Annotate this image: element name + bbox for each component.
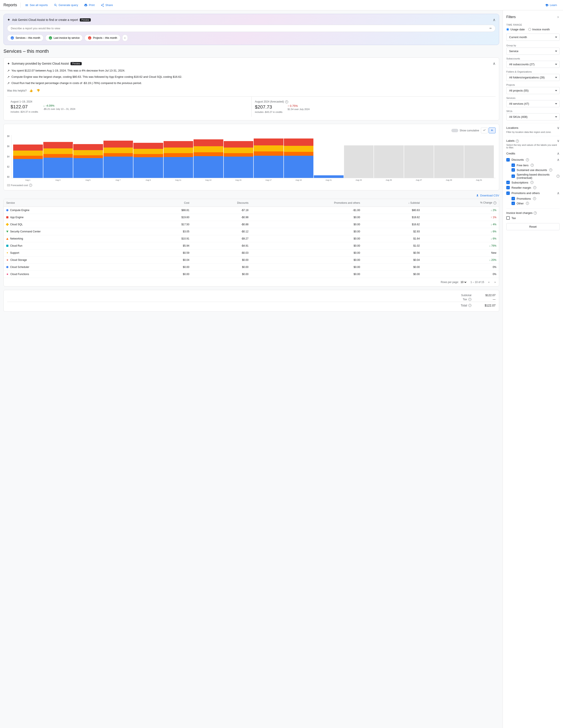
filter-skus: SKUs All SKUs (408) (506, 110, 560, 120)
subscriptions-info-icon[interactable]: ? (530, 181, 533, 184)
projects-select[interactable]: All projects (55) (506, 87, 560, 94)
quick-btn-last-invoice[interactable]: Last invoice by service (45, 34, 83, 41)
subtotal-label: Subtotal (461, 294, 471, 297)
thumbs-up-button[interactable]: 👍 (28, 88, 34, 93)
service-icon-networking (6, 238, 8, 240)
promotions-checkbox[interactable] (512, 197, 515, 200)
data-table-card: Service Cost Discounts Promotions and ot… (3, 199, 499, 286)
stat-forecasted-amount: $207.73 (255, 104, 283, 110)
labels-title: Labels ? (506, 139, 519, 143)
other-checkbox[interactable] (512, 202, 515, 205)
download-row: Download CSV (3, 194, 499, 197)
total-info-icon[interactable]: ? (468, 304, 471, 307)
sustained-use-info-icon[interactable]: ? (549, 168, 552, 171)
current-month-select[interactable]: Current month Last month Last 3 months (506, 34, 560, 41)
locations-title: Locations (506, 126, 518, 129)
gemini-input[interactable] (11, 27, 490, 30)
labels-header[interactable]: Labels ? ∨ (506, 139, 560, 143)
report-page-title: Services – this month (3, 48, 499, 54)
table-row: Cloud Scheduler $0.00 $0.00 $0.00 $0.00 … (4, 264, 499, 271)
rows-per-page-select[interactable]: 10 25 50 (460, 280, 467, 284)
promotions-info-icon[interactable]: ? (533, 197, 536, 200)
bar-aug12-fc (344, 135, 374, 178)
free-tiers-checkbox[interactable] (512, 163, 515, 167)
locations-header[interactable]: Locations ∨ (506, 126, 560, 130)
table-row: ★ Cloud Storage $0.04 $0.00 $0.00 $0.04 … (4, 257, 499, 264)
chart-card: Show cumulative $8 $6 $4 $2 (3, 124, 499, 190)
reseller-margin-checkbox[interactable] (506, 186, 510, 189)
gemini-send-icon[interactable]: ✏ (490, 27, 492, 30)
line-chart-button[interactable] (481, 128, 488, 133)
credit-other: Other ? (506, 202, 560, 205)
x-label-aug27: Aug 27 (404, 179, 434, 181)
quick-btns: Services – this month Last invoice by se… (7, 34, 496, 41)
see-all-reports-button[interactable]: See all reports (22, 2, 50, 8)
summary-collapse-button[interactable]: ∧ (493, 61, 496, 66)
download-csv-button[interactable]: Download CSV (476, 194, 499, 197)
credit-promotions: Promotions ? (506, 197, 560, 200)
reset-button[interactable]: Reset (506, 223, 560, 230)
x-label-aug5: Aug 5 (73, 179, 103, 181)
spending-based-info-icon[interactable]: ? (557, 175, 560, 178)
radio-group-time: Usage date Invoice month (506, 28, 560, 31)
services-select[interactable]: All services (47) (506, 100, 560, 107)
service-icon-compute (6, 209, 8, 211)
forecasted-info-icon[interactable]: ? (29, 184, 32, 187)
quick-btn-projects[interactable]: Projects – this month (84, 34, 120, 41)
cumulative-toggle[interactable] (451, 129, 458, 132)
tax-checkbox[interactable] (506, 216, 510, 220)
generate-query-button[interactable]: Generate query (51, 2, 81, 8)
other-info-icon[interactable]: ? (526, 202, 529, 205)
service-icon-scc (6, 231, 8, 233)
forecast-info-icon[interactable]: ? (285, 100, 288, 103)
print-button[interactable]: Print (81, 2, 97, 8)
summary-preview-badge: Preview (70, 62, 82, 65)
bar-chart-button[interactable] (489, 128, 496, 133)
subscriptions-checkbox[interactable] (506, 181, 510, 184)
credits-section: Credits ∧ Discounts ? ∧ Free tiers ? Sus… (506, 151, 560, 205)
thumbs-down-button[interactable]: 👎 (36, 88, 41, 93)
next-page-button[interactable]: › (494, 280, 496, 285)
credit-reseller-margin: Reseller margin ? (506, 186, 560, 189)
free-tiers-info-icon[interactable]: ? (531, 164, 534, 167)
labels-desc: Select the key and values of the labels … (506, 144, 560, 149)
reseller-margin-info-icon[interactable]: ? (533, 186, 536, 189)
service-cell-functions: ★ Cloud Functions (4, 271, 145, 278)
radio-invoice-month[interactable]: Invoice month (528, 28, 550, 31)
quick-btn-services[interactable]: Services – this month (7, 34, 44, 41)
invoice-charges-info-icon[interactable]: ? (534, 212, 537, 215)
gcp-logo-2 (48, 36, 52, 40)
change-info-icon[interactable]: ? (493, 201, 496, 204)
sustained-use-checkbox[interactable] (512, 168, 515, 172)
folders-orgs-select[interactable]: All folders/organizations (28) (506, 74, 560, 81)
service-cell-cloudrun: Cloud Run (4, 242, 145, 249)
discounts-info-icon[interactable]: ? (526, 158, 529, 161)
group-by-select[interactable]: Service Project SKU (506, 48, 560, 55)
filters-collapse-button[interactable]: › (557, 14, 560, 20)
bar-aug8 (224, 135, 253, 178)
x-label-aug19: Aug 19 (284, 179, 314, 181)
stat-forecasted: August 2024 (forecasted) ? $207.73 inclu… (251, 97, 496, 117)
filters-title: Filters (506, 15, 516, 19)
stat-current-period: August 1–19, 2024 (11, 100, 248, 103)
x-label-aug25: Aug 25 (374, 179, 404, 181)
rows-per-page: Rows per page: 10 25 50 (441, 280, 467, 284)
learn-button[interactable]: Learn (543, 2, 560, 8)
promotions-others-checkbox[interactable] (506, 191, 510, 195)
share-button[interactable]: Share (98, 2, 115, 8)
skus-select[interactable]: All SKUs (408) (506, 113, 560, 120)
radio-usage-date[interactable]: Usage date (506, 28, 525, 31)
gemini-collapse-button[interactable]: ∧ (493, 17, 496, 22)
quick-btn-next[interactable]: › (122, 34, 128, 41)
subaccounts-select[interactable]: All subaccounts (27) (506, 61, 560, 68)
labels-info-icon[interactable]: ? (516, 140, 519, 143)
promotions-others-chevron[interactable]: ∧ (557, 191, 560, 195)
x-label-aug21: Aug 21 (314, 179, 344, 181)
discounts-checkbox[interactable] (506, 158, 510, 162)
tax-value: — (478, 298, 496, 301)
discounts-chevron[interactable]: ∧ (557, 158, 560, 162)
spending-based-checkbox[interactable] (512, 174, 515, 178)
filter-services: Services All services (47) (506, 97, 560, 107)
prev-page-button[interactable]: ‹ (488, 280, 490, 285)
tax-info-icon[interactable]: ? (468, 298, 471, 301)
